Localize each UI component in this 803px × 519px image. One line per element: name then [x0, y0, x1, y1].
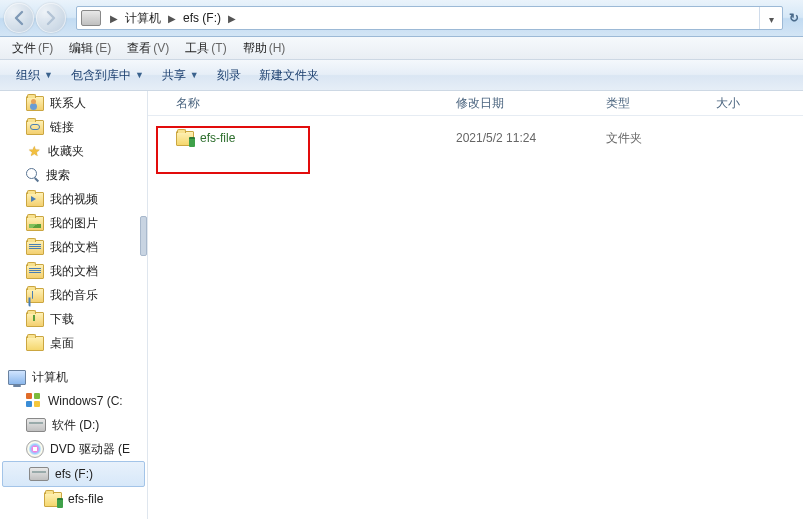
menu-hotkey: (F)	[36, 41, 53, 55]
music-folder-icon	[26, 288, 44, 303]
sidebar-item-label: 计算机	[26, 369, 68, 386]
windows-icon	[26, 393, 42, 409]
sidebar-item[interactable]: 联系人	[0, 91, 147, 115]
sidebar-item[interactable]: 链接	[0, 115, 147, 139]
menu-hotkey: (T)	[209, 41, 226, 55]
main-area: 联系人链接★收藏夹搜索我的视频我的图片我的文档我的文档我的音乐下载桌面计算机Wi…	[0, 91, 803, 519]
computer-icon	[8, 370, 26, 385]
menu-label: 编辑	[69, 40, 93, 57]
sidebar-item[interactable]: 计算机	[0, 365, 147, 389]
column-size[interactable]: 大小	[716, 95, 796, 112]
menu-label: 工具	[185, 40, 209, 57]
list-body: efs-file 2021/5/2 11:24 文件夹	[148, 126, 803, 150]
encrypted-folder-icon	[176, 131, 194, 146]
menu-hotkey: (V)	[151, 41, 169, 55]
sidebar-item[interactable]: 下载	[0, 307, 147, 331]
nav-back-button[interactable]	[4, 3, 34, 33]
sidebar-item-label: efs-file	[62, 492, 103, 506]
breadcrumb-drive[interactable]: efs (F:)	[181, 11, 223, 25]
sidebar-item[interactable]: 我的图片	[0, 211, 147, 235]
toolbar-organize[interactable]: 组织 ▼	[8, 64, 63, 87]
drive-icon	[29, 467, 49, 481]
refresh-button[interactable]: ↻	[789, 0, 803, 36]
sidebar-item[interactable]: 搜索	[0, 163, 147, 187]
breadcrumb-sep-icon: ▶	[223, 13, 241, 24]
sidebar-item[interactable]: 软件 (D:)	[0, 413, 147, 437]
download-folder-icon	[26, 312, 44, 327]
toolbar: 组织 ▼ 包含到库中 ▼ 共享 ▼ 刻录 新建文件夹	[0, 60, 803, 91]
nav-forward-button[interactable]	[36, 3, 66, 33]
menu-hotkey: (E)	[93, 41, 111, 55]
sidebar-item-label: 我的音乐	[44, 287, 98, 304]
sidebar-item[interactable]: 我的音乐	[0, 283, 147, 307]
sidebar-item[interactable]: 我的文档	[0, 259, 147, 283]
links-folder-icon	[26, 120, 44, 135]
sidebar-item-label: 我的图片	[44, 215, 98, 232]
document-folder-icon	[26, 240, 44, 255]
sidebar-item[interactable]: Windows7 (C:	[0, 389, 147, 413]
sidebar-item-label: 我的文档	[44, 239, 98, 256]
chevron-down-icon: ▼	[40, 70, 53, 80]
document-folder-icon	[26, 264, 44, 279]
toolbar-share[interactable]: 共享 ▼	[154, 64, 209, 87]
menu-label: 帮助	[243, 40, 267, 57]
menu-tools[interactable]: 工具 (T)	[177, 38, 234, 59]
list-item[interactable]: efs-file 2021/5/2 11:24 文件夹	[148, 126, 803, 150]
titlebar: ▶ 计算机 ▶ efs (F:) ▶ ▾ ↻	[0, 0, 803, 37]
picture-folder-icon	[26, 216, 44, 231]
toolbar-label: 组织	[16, 67, 40, 84]
menu-label: 文件	[12, 40, 36, 57]
sidebar-item[interactable]: 我的视频	[0, 187, 147, 211]
breadcrumb-sep-icon: ▶	[105, 13, 123, 24]
menu-view[interactable]: 查看 (V)	[119, 38, 177, 59]
file-date: 2021/5/2 11:24	[456, 131, 606, 145]
address-dropdown-button[interactable]: ▾	[759, 6, 782, 30]
column-type[interactable]: 类型	[606, 95, 716, 112]
toolbar-new-folder[interactable]: 新建文件夹	[251, 64, 329, 87]
menu-label: 查看	[127, 40, 151, 57]
sidebar-item-label: 软件 (D:)	[46, 417, 99, 434]
file-list: 名称 修改日期 类型 大小 efs-file 2021/5/2 11:24 文件…	[148, 91, 803, 519]
chevron-down-icon: ▼	[131, 70, 144, 80]
address-bar[interactable]: ▶ 计算机 ▶ efs (F:) ▶ ▾	[76, 6, 783, 30]
sidebar-scrollbar[interactable]	[140, 216, 147, 256]
chevron-down-icon: ▼	[186, 70, 199, 80]
menu-hotkey: (H)	[267, 41, 286, 55]
breadcrumb-sep-icon: ▶	[163, 13, 181, 24]
column-name[interactable]: 名称	[168, 95, 456, 112]
toolbar-include[interactable]: 包含到库中 ▼	[63, 64, 154, 87]
sidebar-item-label: efs (F:)	[49, 467, 93, 481]
sidebar-item-label: DVD 驱动器 (E	[44, 441, 130, 458]
sidebar-item-label: 搜索	[40, 167, 70, 184]
menu-edit[interactable]: 编辑 (E)	[61, 38, 119, 59]
menu-file[interactable]: 文件 (F)	[4, 38, 61, 59]
encrypted-folder-icon	[44, 492, 62, 507]
file-type: 文件夹	[606, 130, 716, 147]
file-name: efs-file	[194, 131, 235, 145]
toolbar-burn[interactable]: 刻录	[209, 64, 251, 87]
drive-icon	[26, 418, 46, 432]
toolbar-label: 新建文件夹	[259, 67, 319, 84]
sidebar-item[interactable]: efs (F:)	[2, 461, 145, 487]
sidebar-item-label: 链接	[44, 119, 74, 136]
breadcrumb-computer[interactable]: 计算机	[123, 10, 163, 27]
sidebar-item[interactable]: DVD 驱动器 (E	[0, 437, 147, 461]
sidebar-nav: 联系人链接★收藏夹搜索我的视频我的图片我的文档我的文档我的音乐下载桌面计算机Wi…	[0, 91, 148, 519]
drive-icon	[81, 10, 101, 26]
sidebar-item[interactable]: ★收藏夹	[0, 139, 147, 163]
toolbar-label: 包含到库中	[71, 67, 131, 84]
column-date[interactable]: 修改日期	[456, 95, 606, 112]
sidebar-item-label: 下载	[44, 311, 74, 328]
sidebar-item[interactable]: 桌面	[0, 331, 147, 355]
sidebar-item-label: 桌面	[44, 335, 74, 352]
sidebar-item-label: 联系人	[44, 95, 86, 112]
star-icon: ★	[26, 143, 42, 159]
sidebar-item[interactable]: efs-file	[0, 487, 147, 511]
sidebar-item[interactable]: 我的文档	[0, 235, 147, 259]
sidebar-item-label: Windows7 (C:	[42, 394, 123, 408]
sidebar-item-label: 我的视频	[44, 191, 98, 208]
list-header: 名称 修改日期 类型 大小	[148, 91, 803, 116]
video-folder-icon	[26, 192, 44, 207]
toolbar-label: 共享	[162, 67, 186, 84]
menu-help[interactable]: 帮助 (H)	[235, 38, 294, 59]
